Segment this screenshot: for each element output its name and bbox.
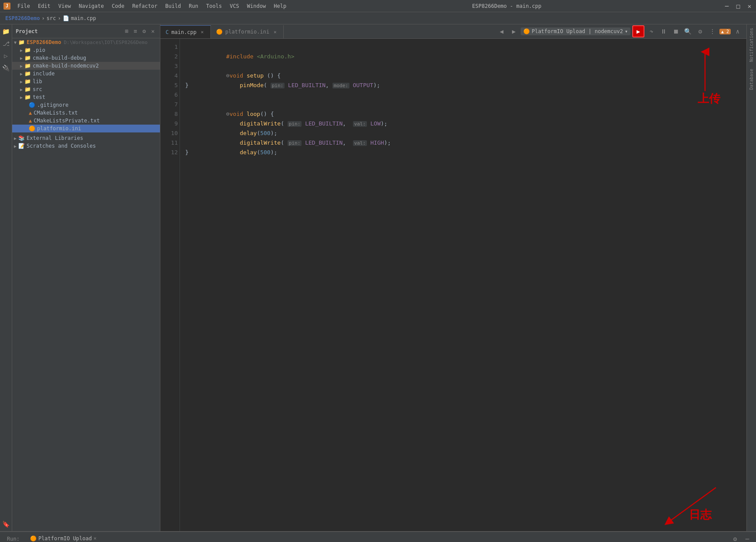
tree-cmakelists-label: CMakeLists.txt <box>34 110 78 116</box>
tree-root[interactable]: ▼ 📁 ESP8266Demo D:\Workspaces\IOT\ESP826… <box>12 38 160 46</box>
close-panel-icon[interactable]: ✕ <box>149 28 156 35</box>
tree-item-cmake-nodemcu[interactable]: ▶ 📁 cmake-build-nodemcuv2 <box>12 62 160 70</box>
menu-help[interactable]: Help <box>270 2 290 10</box>
tree-test-label: test <box>33 94 45 100</box>
code-content[interactable]: #include <Arduino.h> ⊖void setup () { pi… <box>180 39 746 531</box>
toolbar-expand[interactable]: ∧ <box>732 26 743 37</box>
file-tree: ▼ 📁 ESP8266Demo D:\Workspaces\IOT\ESP826… <box>12 38 160 531</box>
collapse-all-icon[interactable]: ≡ <box>132 28 139 35</box>
bottom-minimize-icon[interactable]: ─ <box>742 534 753 542</box>
toolbar-more[interactable]: ⋮ <box>707 26 718 37</box>
tree-scratches[interactable]: ▶ 📝 Scratches and Consoles <box>12 142 160 150</box>
project-title: Project <box>16 28 38 34</box>
tree-cmakelists-private-label: CMakeListsPrivate.txt <box>34 118 100 124</box>
plugins-icon[interactable]: 🔌 <box>1 63 11 73</box>
tab-ini-label: platformio.ini <box>225 29 269 35</box>
menu-navigate[interactable]: Navigate <box>75 2 108 10</box>
bottom-right-icons: ⚙ ─ <box>730 534 753 542</box>
pio-tab-close[interactable]: ✕ <box>94 535 97 541</box>
toolbar-step-over[interactable]: ↷ <box>646 26 657 37</box>
close-button[interactable]: ✕ <box>746 3 753 9</box>
project-panel: Project ⊞ ≡ ⚙ ✕ ▼ 📁 ESP8266Demo D:\Works… <box>12 24 160 531</box>
maximize-button[interactable]: □ <box>735 3 741 9</box>
tree-item-platformio-ini[interactable]: 🟠 platformio.ini <box>12 125 160 132</box>
commit-icon[interactable]: ⎇ <box>1 38 11 49</box>
run-prefix: Run: <box>7 536 20 542</box>
run-config-dropdown[interactable]: 🟠 PlatformIO Upload | nodemcuv2 ▾ <box>521 27 631 35</box>
run-debug-icon[interactable]: ▷ <box>1 51 11 61</box>
tab-ini-close[interactable]: ✕ <box>272 29 278 35</box>
tree-pio-label: .pio <box>33 47 45 53</box>
title-bar-left: J File Edit View Navigate Code Refactor … <box>3 2 290 10</box>
menu-tools[interactable]: Tools <box>203 2 225 10</box>
settings-icon[interactable]: ⚙ <box>141 28 148 35</box>
editor-area: C main.cpp ✕ 🟠 platformio.ini ✕ ◀ ▶ 🟠 Pl… <box>160 24 746 531</box>
project-icon[interactable]: 📁 <box>1 26 11 37</box>
tree-item-gitignore[interactable]: 🔵 .gitignore <box>12 101 160 109</box>
run-config-icon: 🟠 <box>523 28 530 34</box>
menu-run[interactable]: Run <box>185 2 202 10</box>
run-config-label: PlatformIO Upload | nodemcuv2 <box>532 28 623 34</box>
project-header: Project ⊞ ≡ ⚙ ✕ <box>12 24 160 38</box>
window-title: ESP8266Demo - main.cpp <box>472 3 542 9</box>
app-logo: J <box>3 3 10 10</box>
menu-edit[interactable]: Edit <box>34 2 54 10</box>
tab-platformio-ini[interactable]: 🟠 platformio.ini ✕ <box>211 25 284 38</box>
breadcrumb-file: 📄 main.cpp <box>63 15 96 21</box>
menu-code[interactable]: Code <box>108 2 128 10</box>
tree-cmake-nodemcu-label: cmake-build-nodemcuv2 <box>33 63 99 69</box>
tree-item-cmakelists[interactable]: ▲ CMakeLists.txt <box>12 109 160 117</box>
code-line-3: ⊖void setup () { <box>185 61 741 71</box>
toolbar-settings[interactable]: ⚙ <box>695 26 705 37</box>
tree-item-cmakelists-private[interactable]: ▲ CMakeListsPrivate.txt <box>12 117 160 125</box>
breadcrumb-src[interactable]: src <box>47 15 56 21</box>
toolbar-right: ◀ ▶ 🟠 PlatformIO Upload | nodemcuv2 ▾ ▶ … <box>496 24 746 38</box>
toolbar-forward-icon[interactable]: ▶ <box>509 26 519 37</box>
tree-item-cmake-debug[interactable]: ▶ 📁 cmake-build-debug <box>12 54 160 62</box>
bookmarks-side-icon[interactable]: 🔖 <box>1 519 11 529</box>
code-editor[interactable]: 1 2 3 4 5 6 7 8 9 10 11 12 #include <Ard… <box>160 39 746 531</box>
tree-external-label: External Libraries <box>27 135 83 141</box>
cpp-file-icon: C <box>166 29 169 35</box>
tree-item-lib[interactable]: ▶ 📁 lib <box>12 78 160 85</box>
code-line-6 <box>185 90 741 100</box>
tree-item-src[interactable]: ▶ 📁 src <box>12 85 160 93</box>
menu-view[interactable]: View <box>55 2 75 10</box>
database-tab[interactable]: Database <box>747 65 756 93</box>
notifications-tab[interactable]: Notifications <box>747 24 756 65</box>
project-header-icons: ⊞ ≡ ⚙ ✕ <box>123 28 156 35</box>
tree-gitignore-label: .gitignore <box>37 102 68 108</box>
tree-scratches-label: Scratches and Consoles <box>27 143 96 149</box>
tree-item-include[interactable]: ▶ 📁 include <box>12 70 160 78</box>
bottom-panel: Run: 🟠 PlatformIO Upload ✕ ⚙ ─ ▶ ↑ ↓ 🔧 ☰… <box>0 531 756 542</box>
ini-file-icon: 🟠 <box>216 29 223 35</box>
toolbar-search[interactable]: 🔍 <box>683 26 693 37</box>
toolbar-stop[interactable]: ⏹ <box>671 26 681 37</box>
tree-item-test[interactable]: ▶ 📁 test <box>12 93 160 101</box>
run-config-chevron: ▾ <box>625 28 628 34</box>
expand-all-icon[interactable]: ⊞ <box>123 28 130 35</box>
tree-src-label: src <box>33 86 42 92</box>
tree-item-pio[interactable]: ▶ 📁 .pio <box>12 46 160 54</box>
title-bar: J File Edit View Navigate Code Refactor … <box>0 0 756 12</box>
toolbar-back-icon[interactable]: ◀ <box>496 26 507 37</box>
menu-refactor[interactable]: Refactor <box>129 2 161 10</box>
code-line-1: #include <Arduino.h> <box>185 42 741 52</box>
run-button[interactable]: ▶ <box>632 25 644 37</box>
breadcrumb-project[interactable]: ESP8266Demo <box>5 15 40 21</box>
menu-bar: File Edit View Navigate Code Refactor Bu… <box>14 2 290 10</box>
minimize-button[interactable]: ─ <box>724 3 730 9</box>
tree-external-libraries[interactable]: ▶ 📚 External Libraries <box>12 134 160 142</box>
code-line-7: ⊖void loop() { <box>185 100 741 109</box>
platformio-upload-tab[interactable]: 🟠 PlatformIO Upload ✕ <box>27 534 100 542</box>
menu-vcs[interactable]: VCS <box>226 2 243 10</box>
menu-file[interactable]: File <box>14 2 34 10</box>
menu-build[interactable]: Build <box>162 2 184 10</box>
bottom-settings-icon[interactable]: ⚙ <box>730 534 740 542</box>
tab-main-close[interactable]: ✕ <box>199 29 205 35</box>
menu-window[interactable]: Window <box>244 2 269 10</box>
tab-main-cpp[interactable]: C main.cpp ✕ <box>160 25 211 38</box>
activity-bar: 📁 ⎇ ▷ 🔌 🔖 <box>0 24 12 531</box>
toolbar-pause[interactable]: ⏸ <box>658 26 669 37</box>
window-controls: ─ □ ✕ <box>724 3 753 9</box>
